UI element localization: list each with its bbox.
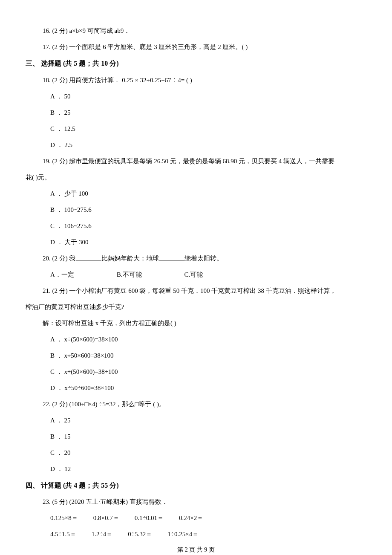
calc-item: 0.8×0.7＝ [93, 513, 119, 523]
calc-item: 4.5÷1.5＝ [50, 529, 76, 539]
question-18-option-c: C ． 12.5 [26, 124, 366, 134]
question-19-stem-line2: 花( )元。 [26, 172, 366, 182]
question-22-stem: 22. (2 分) (100+□×4) ÷5=32，那么□等于 ( )。 [26, 399, 366, 409]
calc-item: 1.2÷4＝ [92, 529, 112, 539]
question-20-option-c: C.可能 [184, 269, 203, 280]
question-21-option-d: D ． x÷50÷600=38×100 [26, 383, 366, 393]
section-4-header: 四、 计算题 (共 4 题；共 55 分) [26, 480, 366, 491]
question-18-option-d: D ． 2.5 [26, 140, 366, 150]
blank-fill[interactable] [159, 254, 184, 260]
question-19-option-d: D ． 大于 300 [26, 237, 366, 247]
calc-item: 0.125×8＝ [50, 513, 78, 523]
question-22-option-c: C ． 20 [26, 448, 366, 458]
question-22-option-b: B ． 15 [26, 431, 366, 442]
question-19-stem-line1: 19. (2 分) 超市里最便宜的玩具车是每辆 26.50 元，最贵的是每辆 6… [26, 156, 366, 166]
question-19-option-a: A ． 少于 100 [26, 188, 366, 199]
question-20-stem: 20. (2 分) 我比妈妈年龄大；地球绕着太阳转。 [26, 253, 366, 263]
question-21-stem-line2: 榨油厂的黄豆可榨出豆油多少千克? [26, 302, 366, 312]
question-22-option-a: A ． 25 [26, 415, 366, 425]
section-3-header: 三、 选择题 (共 5 题；共 10 分) [26, 58, 366, 69]
page-footer: 第 2 页 共 9 页 [26, 545, 366, 555]
question-21-option-b: B ． x÷50×600=38×100 [26, 350, 366, 361]
question-20-stem-part3: 绕着太阳转。 [184, 255, 223, 262]
question-18-option-b: B ． 25 [26, 107, 366, 118]
question-17: 17. (2 分) 一个面积是 6 平方厘米、底是 3 厘米的三角形，高是 2 … [26, 42, 366, 52]
question-21-stem-line1: 21. (2 分) 一个小榨油厂有黄豆 600 袋，每袋重 50 千克．100 … [26, 286, 366, 296]
question-20-stem-part2: 比妈妈年龄大；地球 [101, 255, 159, 262]
question-16: 16. (2 分) a×b×9 可简写成 ab9． [26, 26, 366, 36]
calc-item: 0.1÷0.01＝ [135, 513, 164, 523]
calc-item: 0÷5.32＝ [128, 529, 152, 539]
calc-item: 1÷0.25×4＝ [167, 529, 199, 539]
question-23-row-2: 4.5÷1.5＝ 1.2÷4＝ 0÷5.32＝ 1÷0.25×4＝ [26, 529, 366, 539]
question-21-option-c: C ． x÷(50×600)=38÷100 [26, 367, 366, 377]
question-21-option-a: A ． x÷(50×600)=38×100 [26, 334, 366, 344]
blank-fill[interactable] [76, 254, 101, 260]
question-20-option-b: B.不可能 [117, 269, 142, 280]
question-20-stem-part1: 20. (2 分) 我 [43, 255, 76, 262]
question-23-row-1: 0.125×8＝ 0.8×0.7＝ 0.1÷0.01＝ 0.24×2＝ [26, 513, 366, 523]
question-21-stem-line3: 解：设可榨出豆油 x 千克，列出方程正确的是( ) [26, 318, 366, 328]
question-19-option-c: C ． 106~275.6 [26, 221, 366, 231]
question-18-option-a: A ． 50 [26, 91, 366, 101]
calc-item: 0.24×2＝ [179, 513, 203, 523]
question-22-option-d: D ． 12 [26, 464, 366, 474]
question-18-stem: 18. (2 分) 用简便方法计算． 0.25 × 32+0.25+67 ÷ 4… [26, 75, 366, 85]
question-23-stem: 23. (5 分) (2020 五上·五峰期末) 直接写得数． [26, 497, 366, 507]
question-20-option-a: A．一定 [50, 269, 74, 280]
question-19-option-b: B ． 100~275.6 [26, 205, 366, 215]
question-20-options: A．一定 B.不可能 C.可能 [26, 269, 366, 280]
